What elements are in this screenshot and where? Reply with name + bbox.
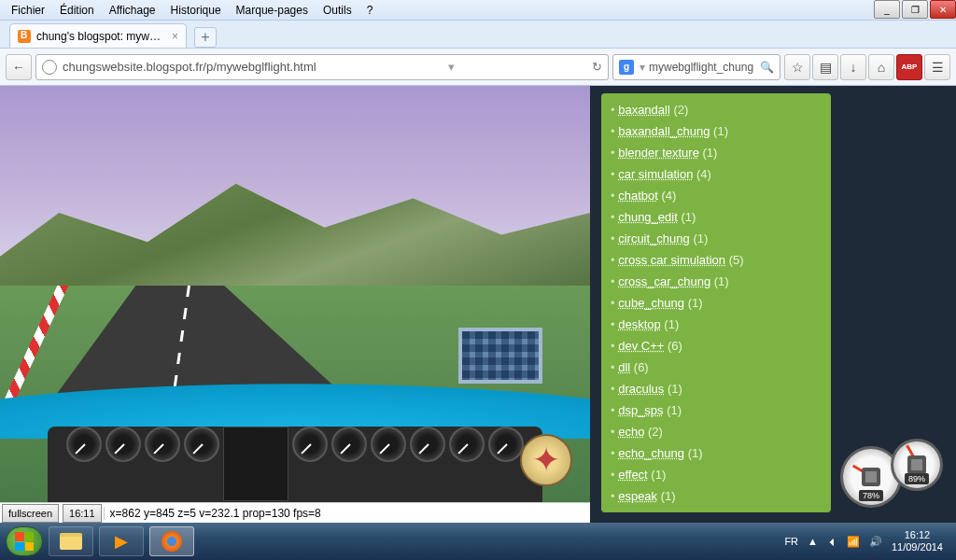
hamburger-menu-icon[interactable]: ☰ [924,54,950,80]
tag-item[interactable]: dev C++ (6) [611,335,822,357]
tag-link[interactable]: car simulation [618,167,693,181]
clock-time: 16:12 [892,529,943,541]
tag-item[interactable]: cross car simulation (5) [611,249,822,271]
menu-help[interactable]: ? [359,2,381,19]
game-time: 16:11 [63,504,102,523]
tag-link[interactable]: circuit_chung [618,231,690,245]
menu-tools[interactable]: Outils [316,2,359,19]
coordinates-readout: x=862 y=845 z=5 v=232.1 prop=130 fps=8 [104,507,590,520]
taskbar-clock[interactable]: 16:12 11/09/2014 [892,529,943,553]
tag-item[interactable]: baxandall_chung (1) [611,120,822,142]
tray-volume-icon[interactable]: 🔊 [869,536,882,548]
maximize-button[interactable]: ❐ [902,0,928,19]
tag-count: (1) [664,382,682,396]
tag-item[interactable]: baxandall (2) [611,99,822,120]
tag-count: (1) [684,446,703,460]
taskbar-firefox[interactable] [149,526,194,556]
tray-wifi-icon[interactable]: 📶 [847,536,860,548]
tag-item[interactable]: chatbot (4) [611,185,822,206]
tag-link[interactable]: echo [618,425,644,439]
blogger-icon [18,30,31,43]
tag-count: (1) [664,403,682,417]
taskbar-explorer[interactable] [49,526,93,556]
tag-item[interactable]: cross_car_chung (1) [611,271,822,292]
tag-link[interactable]: chung_edit [618,210,678,224]
menu-history[interactable]: Historique [163,2,229,19]
search-icon[interactable]: 🔍 [760,61,774,74]
browser-tab[interactable]: chung's blogspot: myweb... × [9,23,187,48]
tag-item[interactable]: echo (2) [611,421,822,442]
tag-link[interactable]: effect [618,468,648,482]
tag-item[interactable]: circuit_chung (1) [611,228,822,249]
tag-link[interactable]: dsp_sps [618,403,663,417]
tag-link[interactable]: baxandall [618,103,670,117]
tag-item[interactable]: chung_edit (1) [611,206,822,228]
tag-item[interactable]: cube_chung (1) [611,292,822,314]
tag-item[interactable]: echo_chung (1) [611,442,822,464]
taskbar-mediaplayer[interactable]: ▶ [99,526,144,556]
tag-count: (4) [658,189,677,203]
tray-net-icon[interactable]: ⏴ [827,536,837,547]
search-dropdown-icon[interactable]: ▾ [640,61,645,74]
aircraft-cowling [0,348,590,438]
tag-link[interactable]: cube_chung [618,296,684,310]
tag-item[interactable]: blender texture (1) [611,142,822,163]
tray-flag-icon[interactable]: ▲ [808,536,818,547]
gauge-icon [105,427,141,462]
start-button[interactable] [6,526,43,556]
downloads-icon[interactable]: ↓ [840,54,866,80]
menu-edit[interactable]: Édition [52,2,102,19]
game-column: fullscreen 16:11 x=862 y=845 z=5 v=232.1… [0,86,590,523]
tag-link[interactable]: echo_chung [618,446,684,460]
tag-item[interactable]: dll (6) [611,357,822,378]
tag-count: (1) [710,124,728,138]
firefox-icon [162,531,182,552]
tag-count: (1) [661,317,680,331]
minimize-button[interactable]: _ [874,0,900,19]
tag-item[interactable]: dsp_sps (1) [611,399,822,421]
gauge-icon [66,427,102,462]
tag-link[interactable]: cross_car_chung [618,274,710,288]
tag-count: (1) [678,210,696,224]
tag-item[interactable]: car simulation (4) [611,163,822,185]
folder-icon [60,533,82,550]
back-button[interactable]: ← [6,54,32,80]
tag-link[interactable]: dll [618,360,630,374]
cpu-chip-icon [862,468,880,486]
tag-link[interactable]: chatbot [618,189,658,203]
menu-view[interactable]: Affichage [102,2,163,19]
menu-file[interactable]: Fichier [4,2,52,19]
tag-item[interactable]: desktop (1) [611,314,822,335]
fullscreen-button[interactable]: fullscreen [2,504,59,523]
gauge-icon [292,427,328,462]
search-input[interactable]: g ▾ mywebglflight_chung 🔍 [612,54,780,80]
tag-link[interactable]: cross car simulation [618,253,725,267]
url-input[interactable]: chungswebsite.blogspot.fr/p/mywebglfligh… [35,54,609,80]
bookmark-star-icon[interactable]: ☆ [784,54,810,80]
tag-link[interactable]: baxandall_chung [618,124,710,138]
tag-link[interactable]: draculus [618,382,664,396]
new-tab-button[interactable]: + [194,27,217,48]
close-button[interactable]: ✕ [930,0,956,19]
flight-sim-canvas[interactable] [0,86,590,502]
menu-bar: Fichier Édition Affichage Historique Mar… [0,0,956,21]
tag-item[interactable]: draculus (1) [611,378,822,399]
tag-link[interactable]: dev C++ [618,339,664,353]
language-indicator[interactable]: FR [784,536,798,547]
tag-link[interactable]: espeak [618,489,657,503]
ram-meter-gadget[interactable]: 89% [891,439,943,491]
tab-title: chung's blogspot: myweb... [36,30,166,43]
reload-icon[interactable]: ↻ [592,60,602,74]
tag-link[interactable]: desktop [618,317,661,331]
tag-link[interactable]: blender texture [618,146,699,160]
tab-close-icon[interactable]: × [172,30,178,43]
tag-item[interactable]: espeak (1) [611,485,822,507]
tab-strip: chung's blogspot: myweb... × + [0,21,956,49]
tag-item[interactable]: effect (1) [611,464,822,485]
compass-rose-icon [520,434,572,486]
adblock-icon[interactable]: ABP [896,54,922,80]
dropdown-icon[interactable]: ▾ [448,60,455,74]
library-icon[interactable]: ▤ [812,54,838,80]
menu-bookmarks[interactable]: Marque-pages [229,2,316,19]
home-icon[interactable]: ⌂ [868,54,894,80]
